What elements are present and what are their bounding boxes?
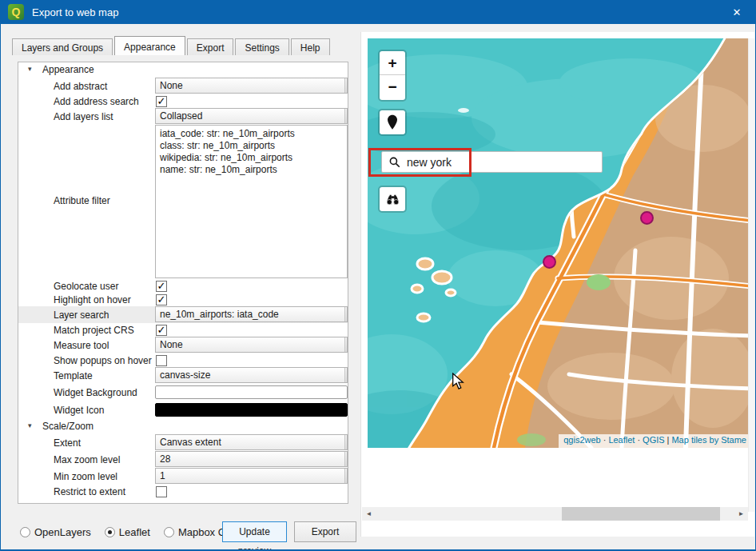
layer-search-button[interactable] [378, 186, 407, 213]
widget-icon-color-swatch[interactable] [155, 403, 348, 417]
show-popups-on-hover-label: Show popups on hover [54, 355, 152, 366]
show-popups-on-hover-checkbox[interactable] [156, 355, 167, 366]
row-highlight-on-hover: Highlight on hover✓ [18, 293, 348, 306]
leaflet-map[interactable]: + − new york [368, 38, 748, 448]
vertical-scrollbar[interactable] [748, 38, 754, 512]
radio-dot-icon [105, 527, 115, 537]
widget-icon-label: Widget Icon [54, 405, 104, 416]
row-widget-icon: Widget Icon [18, 401, 348, 419]
update-preview-button[interactable]: Update preview [222, 521, 287, 542]
list-item[interactable]: iata_code: str: ne_10m_airports [160, 128, 347, 140]
attribute-filter-list[interactable]: iata_code: str: ne_10m_airportsclass: st… [155, 125, 348, 278]
scroll-left-icon[interactable]: ◄ [362, 507, 376, 521]
zoom-in-button[interactable]: + [380, 51, 405, 75]
attribution-link[interactable]: qgis2web [563, 435, 600, 445]
collapse-triangle-icon[interactable]: ▾ [28, 421, 32, 429]
tab-layers-and-groups[interactable]: Layers and Groups [12, 38, 113, 55]
tab-help[interactable]: Help [291, 38, 330, 55]
tab-appearance[interactable]: Appearance [114, 36, 185, 55]
row-show-popups-on-hover: Show popups on hover [18, 353, 348, 367]
airport-marker[interactable] [543, 255, 556, 269]
measure-tool-combo[interactable]: None [155, 337, 348, 353]
tab-export[interactable]: Export [187, 38, 234, 55]
map-pin-icon [386, 114, 399, 130]
row-max-zoom-level: Max zoom level28 [18, 451, 348, 468]
scroll-right-icon[interactable]: ► [734, 507, 748, 521]
combo-dropdown-edge [344, 337, 347, 352]
row-add-layers-list: Add layers listCollapsed [18, 108, 348, 125]
measure-tool-label: Measure tool [54, 340, 109, 351]
map-preview-panel: + − new york [360, 32, 754, 537]
min-zoom-level-label: Min zoom level [54, 471, 117, 482]
combo-dropdown-edge [344, 109, 347, 123]
add-abstract-combo[interactable]: None [155, 78, 348, 94]
scrollbar-thumb[interactable] [562, 507, 720, 521]
add-layers-list-label: Add layers list [54, 111, 113, 122]
highlight-on-hover-label: Highlight on hover [54, 294, 131, 305]
collapse-triangle-icon[interactable]: ▾ [28, 65, 32, 73]
max-zoom-level-combo[interactable]: 28 [155, 451, 348, 467]
restrict-to-extent-checkbox[interactable] [156, 486, 167, 497]
widget-background-color-swatch[interactable] [155, 385, 348, 399]
export-to-web-map-dialog: Q Export to web map ✕ Layers and GroupsA… [0, 0, 756, 551]
widget-background-label: Widget Background [54, 387, 137, 398]
extent-combo[interactable]: Canvas extent [155, 434, 348, 450]
attribution-link[interactable]: QGIS [643, 435, 665, 445]
radio-openlayers[interactable]: OpenLayers [20, 526, 91, 538]
combo-dropdown-edge [344, 368, 347, 382]
row-measure-tool: Measure toolNone [18, 337, 348, 353]
tab-bar: Layers and GroupsAppearanceExportSetting… [12, 36, 332, 55]
add-layers-list-combo[interactable]: Collapsed [155, 108, 348, 124]
row-add-abstract: Add abstractNone [18, 78, 348, 94]
attribution-link[interactable]: Map tiles by Stame [671, 435, 746, 445]
radio-leaflet[interactable]: Leaflet [105, 526, 150, 538]
combo-dropdown-edge [344, 452, 347, 466]
horizontal-scrollbar[interactable]: ◄ ► [362, 507, 748, 521]
geolocate-button[interactable] [378, 109, 407, 136]
row-template: Templatecanvas-size [18, 367, 348, 384]
radio-dot-icon [164, 527, 174, 537]
attribution-separator: · [635, 435, 643, 445]
list-item[interactable]: wikipedia: str: ne_10m_airports [160, 152, 347, 164]
list-item[interactable]: name: str: ne_10m_airports [160, 164, 347, 176]
tab-settings[interactable]: Settings [235, 38, 288, 55]
row-layer-search: Layer searchne_10m_airports: iata_code [18, 306, 348, 323]
attribution-separator: · [601, 435, 609, 445]
combo-dropdown-edge [344, 78, 347, 93]
add-address-search-checkbox[interactable]: ✓ [156, 96, 167, 107]
group-label-scale-zoom: Scale/Zoom [42, 421, 94, 432]
group-scale-zoom[interactable]: ▾Scale/Zoom [18, 419, 348, 434]
row-min-zoom-level: Min zoom level1 [18, 468, 348, 485]
attribution-link[interactable]: Leaflet [608, 435, 635, 445]
highlight-on-hover-checkbox[interactable]: ✓ [156, 294, 167, 305]
row-match-project-crs: Match project CRS✓ [18, 323, 348, 337]
geolocate-user-label: Geolocate user [54, 281, 118, 292]
airport-marker[interactable] [640, 211, 654, 225]
appearance-settings-tree: ▾AppearanceAdd abstractNoneAdd address s… [18, 62, 348, 504]
exporter-radio-group: OpenLayersLeafletMapbox GL JS [20, 521, 246, 543]
annotation-highlight-rectangle [368, 148, 472, 177]
zoom-out-button[interactable]: − [380, 75, 405, 99]
watercolor-map-tiles [368, 38, 748, 448]
max-zoom-level-label: Max zoom level [54, 454, 120, 465]
layer-search-combo[interactable]: ne_10m_airports: iata_code [155, 306, 348, 322]
min-zoom-level-combo[interactable]: 1 [155, 468, 348, 484]
add-abstract-label: Add abstract [54, 81, 107, 92]
close-icon[interactable]: ✕ [718, 0, 755, 24]
qgis-logo-icon: Q [8, 4, 24, 20]
template-combo[interactable]: canvas-size [155, 367, 348, 383]
layer-search-label: Layer search [54, 309, 109, 321]
geolocate-user-checkbox[interactable]: ✓ [156, 281, 167, 292]
radio-label-openlayers: OpenLayers [34, 526, 91, 538]
group-appearance[interactable]: ▾Appearance [18, 62, 348, 78]
row-extent: ExtentCanvas extent [18, 434, 348, 451]
list-item[interactable]: class: str: ne_10m_airports [160, 140, 347, 152]
combo-dropdown-edge [344, 307, 347, 321]
group-label-appearance: Appearance [42, 64, 94, 75]
template-label: Template [54, 370, 93, 381]
match-project-crs-checkbox[interactable]: ✓ [156, 325, 167, 336]
export-button[interactable]: Export [294, 521, 356, 542]
add-address-search-label: Add address search [54, 96, 139, 107]
mouse-cursor [452, 373, 464, 390]
restrict-to-extent-label: Restrict to extent [54, 486, 125, 497]
